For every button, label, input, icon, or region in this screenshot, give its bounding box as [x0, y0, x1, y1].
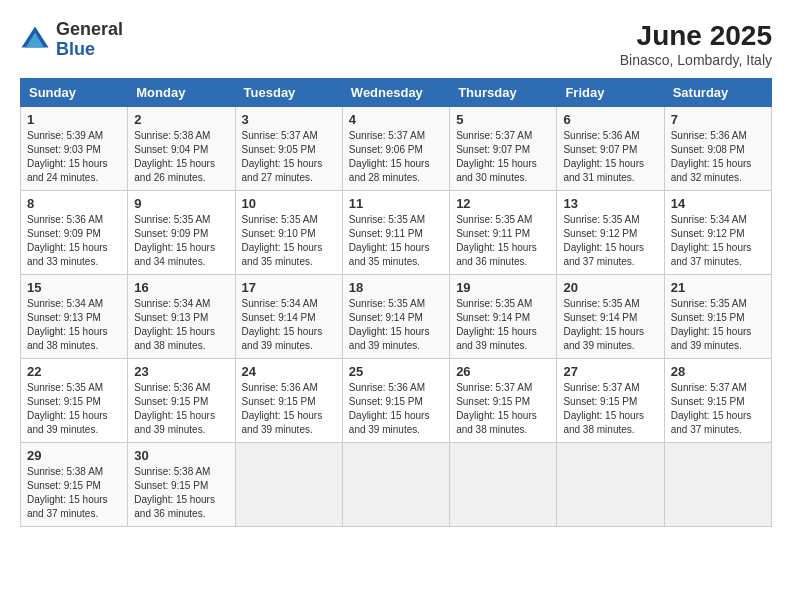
table-row: 25Sunrise: 5:36 AM Sunset: 9:15 PM Dayli… — [342, 359, 449, 443]
table-row: 4Sunrise: 5:37 AM Sunset: 9:06 PM Daylig… — [342, 107, 449, 191]
day-info: Sunrise: 5:35 AM Sunset: 9:15 PM Dayligh… — [27, 381, 121, 437]
table-row: 20Sunrise: 5:35 AM Sunset: 9:14 PM Dayli… — [557, 275, 664, 359]
page-container: General Blue June 2025 Binasco, Lombardy… — [20, 20, 772, 527]
day-info: Sunrise: 5:36 AM Sunset: 9:08 PM Dayligh… — [671, 129, 765, 185]
col-monday: Monday — [128, 79, 235, 107]
day-info: Sunrise: 5:35 AM Sunset: 9:12 PM Dayligh… — [563, 213, 657, 269]
table-row — [664, 443, 771, 527]
day-number: 29 — [27, 448, 121, 463]
day-info: Sunrise: 5:37 AM Sunset: 9:06 PM Dayligh… — [349, 129, 443, 185]
day-number: 17 — [242, 280, 336, 295]
day-info: Sunrise: 5:35 AM Sunset: 9:11 PM Dayligh… — [456, 213, 550, 269]
day-number: 10 — [242, 196, 336, 211]
table-row: 8Sunrise: 5:36 AM Sunset: 9:09 PM Daylig… — [21, 191, 128, 275]
day-info: Sunrise: 5:36 AM Sunset: 9:15 PM Dayligh… — [134, 381, 228, 437]
day-number: 22 — [27, 364, 121, 379]
day-info: Sunrise: 5:36 AM Sunset: 9:07 PM Dayligh… — [563, 129, 657, 185]
table-row: 26Sunrise: 5:37 AM Sunset: 9:15 PM Dayli… — [450, 359, 557, 443]
calendar-week-row: 1Sunrise: 5:39 AM Sunset: 9:03 PM Daylig… — [21, 107, 772, 191]
table-row: 10Sunrise: 5:35 AM Sunset: 9:10 PM Dayli… — [235, 191, 342, 275]
col-thursday: Thursday — [450, 79, 557, 107]
calendar-week-row: 15Sunrise: 5:34 AM Sunset: 9:13 PM Dayli… — [21, 275, 772, 359]
table-row: 17Sunrise: 5:34 AM Sunset: 9:14 PM Dayli… — [235, 275, 342, 359]
title-block: June 2025 Binasco, Lombardy, Italy — [620, 20, 772, 68]
day-info: Sunrise: 5:34 AM Sunset: 9:13 PM Dayligh… — [134, 297, 228, 353]
table-row: 24Sunrise: 5:36 AM Sunset: 9:15 PM Dayli… — [235, 359, 342, 443]
table-row: 18Sunrise: 5:35 AM Sunset: 9:14 PM Dayli… — [342, 275, 449, 359]
day-info: Sunrise: 5:34 AM Sunset: 9:14 PM Dayligh… — [242, 297, 336, 353]
day-info: Sunrise: 5:34 AM Sunset: 9:13 PM Dayligh… — [27, 297, 121, 353]
day-number: 18 — [349, 280, 443, 295]
day-number: 30 — [134, 448, 228, 463]
day-number: 15 — [27, 280, 121, 295]
logo-icon — [20, 25, 50, 55]
page-header: General Blue June 2025 Binasco, Lombardy… — [20, 20, 772, 68]
day-number: 19 — [456, 280, 550, 295]
col-tuesday: Tuesday — [235, 79, 342, 107]
day-info: Sunrise: 5:39 AM Sunset: 9:03 PM Dayligh… — [27, 129, 121, 185]
day-number: 1 — [27, 112, 121, 127]
col-sunday: Sunday — [21, 79, 128, 107]
table-row: 27Sunrise: 5:37 AM Sunset: 9:15 PM Dayli… — [557, 359, 664, 443]
table-row: 30Sunrise: 5:38 AM Sunset: 9:15 PM Dayli… — [128, 443, 235, 527]
month-title: June 2025 — [620, 20, 772, 52]
calendar-week-row: 8Sunrise: 5:36 AM Sunset: 9:09 PM Daylig… — [21, 191, 772, 275]
day-info: Sunrise: 5:37 AM Sunset: 9:15 PM Dayligh… — [671, 381, 765, 437]
table-row: 15Sunrise: 5:34 AM Sunset: 9:13 PM Dayli… — [21, 275, 128, 359]
col-wednesday: Wednesday — [342, 79, 449, 107]
day-info: Sunrise: 5:35 AM Sunset: 9:14 PM Dayligh… — [456, 297, 550, 353]
day-number: 6 — [563, 112, 657, 127]
day-number: 25 — [349, 364, 443, 379]
table-row — [235, 443, 342, 527]
day-info: Sunrise: 5:35 AM Sunset: 9:10 PM Dayligh… — [242, 213, 336, 269]
day-number: 26 — [456, 364, 550, 379]
logo-blue: Blue — [56, 39, 95, 59]
table-row: 28Sunrise: 5:37 AM Sunset: 9:15 PM Dayli… — [664, 359, 771, 443]
day-number: 21 — [671, 280, 765, 295]
day-info: Sunrise: 5:36 AM Sunset: 9:15 PM Dayligh… — [242, 381, 336, 437]
table-row: 6Sunrise: 5:36 AM Sunset: 9:07 PM Daylig… — [557, 107, 664, 191]
table-row: 12Sunrise: 5:35 AM Sunset: 9:11 PM Dayli… — [450, 191, 557, 275]
day-info: Sunrise: 5:35 AM Sunset: 9:14 PM Dayligh… — [563, 297, 657, 353]
day-info: Sunrise: 5:37 AM Sunset: 9:15 PM Dayligh… — [563, 381, 657, 437]
day-number: 14 — [671, 196, 765, 211]
table-row: 1Sunrise: 5:39 AM Sunset: 9:03 PM Daylig… — [21, 107, 128, 191]
day-info: Sunrise: 5:38 AM Sunset: 9:04 PM Dayligh… — [134, 129, 228, 185]
day-number: 24 — [242, 364, 336, 379]
day-info: Sunrise: 5:37 AM Sunset: 9:15 PM Dayligh… — [456, 381, 550, 437]
location: Binasco, Lombardy, Italy — [620, 52, 772, 68]
table-row: 13Sunrise: 5:35 AM Sunset: 9:12 PM Dayli… — [557, 191, 664, 275]
logo-text: General Blue — [56, 20, 123, 60]
day-info: Sunrise: 5:35 AM Sunset: 9:11 PM Dayligh… — [349, 213, 443, 269]
table-row: 14Sunrise: 5:34 AM Sunset: 9:12 PM Dayli… — [664, 191, 771, 275]
table-row: 3Sunrise: 5:37 AM Sunset: 9:05 PM Daylig… — [235, 107, 342, 191]
day-number: 3 — [242, 112, 336, 127]
day-number: 16 — [134, 280, 228, 295]
table-row: 16Sunrise: 5:34 AM Sunset: 9:13 PM Dayli… — [128, 275, 235, 359]
day-number: 23 — [134, 364, 228, 379]
col-friday: Friday — [557, 79, 664, 107]
table-row: 19Sunrise: 5:35 AM Sunset: 9:14 PM Dayli… — [450, 275, 557, 359]
day-number: 7 — [671, 112, 765, 127]
day-info: Sunrise: 5:36 AM Sunset: 9:09 PM Dayligh… — [27, 213, 121, 269]
table-row — [557, 443, 664, 527]
day-info: Sunrise: 5:37 AM Sunset: 9:07 PM Dayligh… — [456, 129, 550, 185]
table-row: 29Sunrise: 5:38 AM Sunset: 9:15 PM Dayli… — [21, 443, 128, 527]
day-number: 13 — [563, 196, 657, 211]
day-number: 12 — [456, 196, 550, 211]
day-info: Sunrise: 5:36 AM Sunset: 9:15 PM Dayligh… — [349, 381, 443, 437]
day-info: Sunrise: 5:35 AM Sunset: 9:15 PM Dayligh… — [671, 297, 765, 353]
table-row: 11Sunrise: 5:35 AM Sunset: 9:11 PM Dayli… — [342, 191, 449, 275]
calendar-table: Sunday Monday Tuesday Wednesday Thursday… — [20, 78, 772, 527]
day-info: Sunrise: 5:35 AM Sunset: 9:14 PM Dayligh… — [349, 297, 443, 353]
calendar-week-row: 22Sunrise: 5:35 AM Sunset: 9:15 PM Dayli… — [21, 359, 772, 443]
day-info: Sunrise: 5:35 AM Sunset: 9:09 PM Dayligh… — [134, 213, 228, 269]
day-number: 9 — [134, 196, 228, 211]
day-number: 27 — [563, 364, 657, 379]
logo-general: General — [56, 19, 123, 39]
calendar-week-row: 29Sunrise: 5:38 AM Sunset: 9:15 PM Dayli… — [21, 443, 772, 527]
table-row: 2Sunrise: 5:38 AM Sunset: 9:04 PM Daylig… — [128, 107, 235, 191]
day-number: 28 — [671, 364, 765, 379]
col-saturday: Saturday — [664, 79, 771, 107]
table-row: 9Sunrise: 5:35 AM Sunset: 9:09 PM Daylig… — [128, 191, 235, 275]
